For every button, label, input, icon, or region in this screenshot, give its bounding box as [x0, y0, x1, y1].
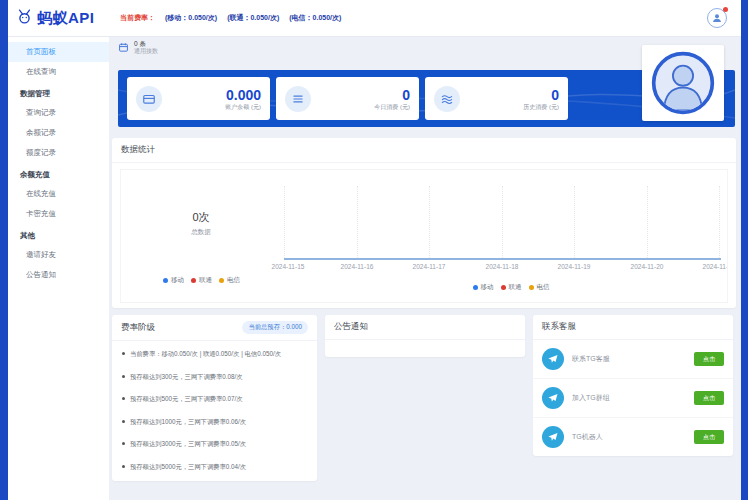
- chart-gridline: [284, 186, 285, 258]
- legend-label: 移动: [171, 276, 184, 285]
- tier-text: 预存额达到500元，三网下调费率0.07/次: [130, 395, 243, 403]
- balance-value: 0.000: [225, 87, 261, 103]
- announcement-header: 公告通知: [325, 315, 525, 340]
- x-tick: 2024-11-15: [272, 263, 305, 270]
- menu-lines-icon: [285, 86, 311, 112]
- sidebar-item-home[interactable]: 首页面板: [8, 42, 109, 62]
- balance-label: 账户余额 (元): [225, 104, 261, 111]
- support-action-button[interactable]: 点击: [694, 391, 724, 405]
- tier-text: 预存额达到1000元，三网下调费率0.06/次: [130, 418, 246, 426]
- stat-cards: 0.000 账户余额 (元) 0 今日消费 (元): [127, 77, 568, 120]
- rate-tiers-panel: 费率阶级 当前总预存：0.000 当前费率：移动0.050/次 | 联通0.05…: [112, 315, 317, 481]
- rates-label: 当前费率：: [120, 13, 155, 23]
- sidebar-item-query-records[interactable]: 查询记录: [8, 103, 109, 123]
- legend-item-unicom[interactable]: 联通: [191, 276, 212, 285]
- tier-text: 当前费率：移动0.050/次 | 联通0.050/次 | 电信0.050/次: [130, 350, 281, 358]
- chart-gridline: [647, 186, 648, 258]
- brand-name: 蚂蚁API: [37, 9, 95, 28]
- bullet-icon: [122, 375, 125, 378]
- telegram-icon: [542, 387, 564, 409]
- sidebar-item-online-recharge[interactable]: 在线充值: [8, 184, 109, 204]
- total-deposit-badge: 当前总预存：0.000: [242, 321, 308, 334]
- app-window: 蚂蚁API 当前费率： (移动：0.050/次) (联通：0.050/次) (电…: [8, 0, 741, 500]
- x-tick: 2024-11-20: [631, 263, 664, 270]
- notification-dot: [723, 7, 728, 12]
- stats-banner: 0.000 账户余额 (元) 0 今日消费 (元): [118, 70, 735, 127]
- sidebar-item-invite[interactable]: 邀请好友: [8, 245, 109, 265]
- chart-gridline: [502, 186, 503, 258]
- chart-gridline: [357, 186, 358, 258]
- chart-gridline: [719, 186, 720, 258]
- total-data-stat: 0次 总数据: [161, 210, 241, 237]
- x-tick: 2024-11-17: [413, 263, 446, 270]
- tier-text: 预存额达到5000元，三网下调费率0.04/次: [130, 463, 246, 471]
- rate-unicom: (联通：0.050/次): [227, 13, 279, 23]
- support-row-tg-service: 联系TG客服 点击: [533, 340, 733, 379]
- stat-card-today: 0 今日消费 (元): [276, 77, 419, 120]
- tier-item: 预存额达到5000元，三网下调费率0.04/次: [122, 463, 309, 471]
- chart-gridline: [574, 186, 575, 258]
- sidebar-item-quota-records[interactable]: 额度记录: [8, 143, 109, 163]
- legend-item-mobile[interactable]: 移动: [163, 276, 184, 285]
- bullet-icon: [122, 397, 125, 400]
- user-icon: [711, 12, 723, 24]
- brand-logo[interactable]: 蚂蚁API: [8, 8, 110, 29]
- legend-label: 联通: [199, 276, 212, 285]
- sidebar-item-card-recharge[interactable]: 卡密充值: [8, 204, 109, 224]
- statistics-chart: 2024-11-15 2024-11-16 2024-11-17 2024-11…: [120, 169, 728, 303]
- top-header: 蚂蚁API 当前费率： (移动：0.050/次) (联通：0.050/次) (电…: [8, 0, 741, 37]
- legend-dot-telecom: [529, 285, 534, 290]
- summary-count: 0 条: [134, 40, 158, 48]
- support-action-button[interactable]: 点击: [694, 352, 724, 366]
- tier-text: 预存额达到300元，三网下调费率0.08/次: [130, 373, 243, 381]
- profile-avatar-card: [642, 45, 724, 121]
- legend-dot-mobile: [163, 278, 168, 283]
- rate-tiers-header: 费率阶级 当前总预存：0.000: [112, 315, 317, 341]
- support-label: TG机器人: [572, 432, 603, 442]
- x-tick: 2024-11-19: [558, 263, 591, 270]
- sidebar-item-announcements[interactable]: 公告通知: [8, 265, 109, 285]
- legend-item-mobile[interactable]: 移动: [473, 283, 494, 292]
- rate-tiers-list: 当前费率：移动0.050/次 | 联通0.050/次 | 电信0.050/次 预…: [112, 341, 317, 470]
- profile-avatar-icon: [650, 50, 716, 116]
- bullet-icon: [122, 465, 125, 468]
- legend-dot-unicom: [501, 285, 506, 290]
- chart-zero-line: [284, 258, 721, 260]
- rate-telecom: (电信：0.050/次): [289, 13, 341, 23]
- support-action-button[interactable]: 点击: [694, 430, 724, 444]
- legend-dot-mobile: [473, 285, 478, 290]
- tier-item: 预存额达到500元，三网下调费率0.07/次: [122, 395, 309, 403]
- tier-item: 当前费率：移动0.050/次 | 联通0.050/次 | 电信0.050/次: [122, 350, 309, 358]
- legend-item-telecom[interactable]: 电信: [219, 276, 240, 285]
- sidebar-item-balance-records[interactable]: 余额记录: [8, 123, 109, 143]
- tier-item: 预存额达到1000元，三网下调费率0.06/次: [122, 418, 309, 426]
- main-content: 0 条 通用接数 0.000 账户余额 (元): [110, 36, 741, 500]
- user-avatar-button[interactable]: [707, 8, 727, 28]
- history-spend-label: 历史消费 (元): [523, 104, 559, 111]
- x-tick: 2024-11-21: [703, 263, 728, 270]
- sidebar-section-recharge: 余额充值: [8, 163, 109, 184]
- support-row-tg-bot: TG机器人 点击: [533, 418, 733, 456]
- calendar-icon: [118, 42, 129, 53]
- sidebar-item-online-query[interactable]: 在线查询: [8, 62, 109, 82]
- support-row-tg-group: 加入TG群组 点击: [533, 379, 733, 418]
- legend-item-telecom[interactable]: 电信: [529, 283, 550, 292]
- rate-mobile: (移动：0.050/次): [165, 13, 217, 23]
- history-spend-value: 0: [523, 87, 559, 103]
- credit-card-icon: [136, 86, 162, 112]
- data-statistics-panel: 数据统计 2024-11-15 2024-11-16 2024-11-17 20…: [112, 138, 736, 308]
- support-header: 联系客服: [533, 315, 733, 340]
- legend-dot-unicom: [191, 278, 196, 283]
- sidebar-nav: 首页面板 在线查询 数据管理 查询记录 余额记录 额度记录 余额充值 在线充值 …: [8, 36, 110, 500]
- stat-card-balance: 0.000 账户余额 (元): [127, 77, 270, 120]
- legend-item-unicom[interactable]: 联通: [501, 283, 522, 292]
- announcement-panel: 公告通知: [325, 315, 525, 357]
- summary-row: 0 条 通用接数: [118, 40, 158, 56]
- support-label: 联系TG客服: [572, 354, 610, 364]
- current-rates: 当前费率： (移动：0.050/次) (联通：0.050/次) (电信：0.05…: [120, 13, 341, 23]
- legend-label: 电信: [227, 276, 240, 285]
- line-legend: 移动 联通 电信: [441, 283, 581, 292]
- layers-icon: [434, 86, 460, 112]
- tier-item: 预存额达到300元，三网下调费率0.08/次: [122, 373, 309, 381]
- total-data-value: 0次: [161, 210, 241, 225]
